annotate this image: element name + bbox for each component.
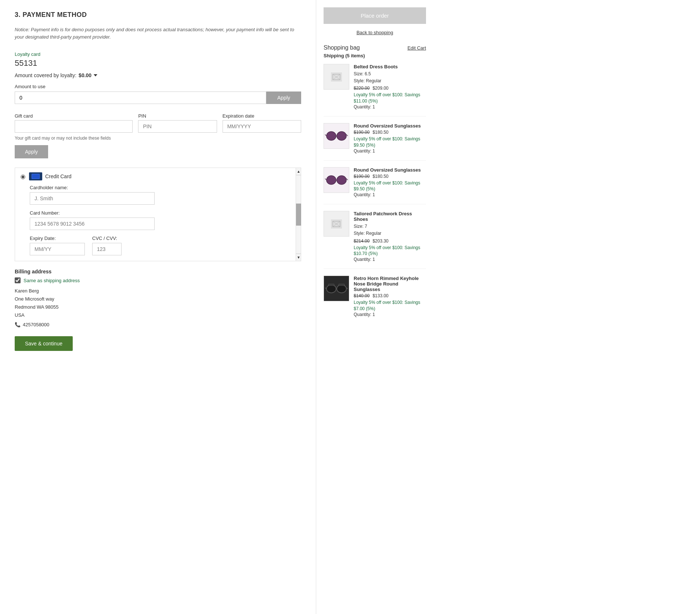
- cart-item-price-5: $140.00 $133.00: [354, 293, 426, 298]
- gift-card-hint: Your gift card may or may not include th…: [15, 136, 301, 141]
- cart-item-details-5: Retro Horn Rimmed Keyhole Nose Bridge Ro…: [354, 276, 426, 317]
- card-number-field: Card Number:: [30, 210, 290, 230]
- sunglasses-icon: [324, 123, 349, 148]
- scroll-down-button[interactable]: ▼: [296, 254, 301, 261]
- svg-rect-25: [328, 284, 334, 286]
- cart-item-details-3: Round Oversized Sunglasses $190.00 $180.…: [354, 167, 426, 198]
- svg-point-12: [337, 176, 346, 184]
- cvc-input[interactable]: [92, 243, 122, 255]
- cart-item-name-2: Round Oversized Sunglasses: [354, 123, 426, 129]
- pin-label: PIN: [138, 113, 217, 119]
- billing-section: Billing address Same as shipping address…: [15, 269, 301, 329]
- gift-card-fields-row: Gift card PIN Expiration date: [15, 113, 301, 133]
- billing-name: Karen Berg: [15, 287, 301, 295]
- amount-to-use-label: Amount to use: [15, 84, 301, 89]
- cardholder-field: Cardholder name:: [30, 185, 290, 205]
- billing-phone-row: 📞 4257058000: [15, 321, 301, 329]
- cardholder-label: Cardholder name:: [30, 185, 290, 190]
- cart-item-style-4: Style: Regular: [354, 230, 426, 237]
- cvc-label: CVC / CVV:: [92, 236, 122, 241]
- billing-address-line1: One Microsoft way: [15, 295, 301, 303]
- shopping-bag-title: Shopping bag: [324, 44, 360, 51]
- svg-rect-26: [339, 284, 344, 286]
- gift-card-section: Gift card PIN Expiration date Your gift …: [15, 113, 301, 158]
- svg-point-11: [326, 176, 336, 184]
- gift-card-apply-button[interactable]: Apply: [15, 145, 48, 158]
- cart-item-price-3: $190.00 $180.50: [354, 174, 426, 179]
- billing-title: Billing address: [15, 269, 301, 274]
- cart-item-price-4: $214.00 $203.30: [354, 238, 426, 244]
- place-order-button[interactable]: Place order: [324, 7, 426, 24]
- cart-item-loyalty-2: Loyalty 5% off over $100: Savings $9.50 …: [354, 136, 426, 148]
- cart-item: Tailored Patchwork Dress Shoes Size: 7 S…: [324, 211, 426, 269]
- cart-item-qty-5: Quantity: 1: [354, 312, 426, 317]
- save-continue-button[interactable]: Save & continue: [15, 336, 73, 351]
- cart-item-loyalty-4: Loyalty 5% off over $100: Savings $10.70…: [354, 245, 426, 257]
- cart-item-loyalty-3: Loyalty 5% off over $100: Savings $9.50 …: [354, 180, 426, 193]
- scroll-up-button[interactable]: ▲: [296, 168, 301, 175]
- svg-point-5: [326, 132, 336, 140]
- shipping-label: Shipping (5 items): [324, 53, 426, 58]
- loyalty-section: Loyalty card 55131 Amount covered by loy…: [15, 51, 301, 104]
- cart-item-price-2: $190.00 $180.50: [354, 130, 426, 135]
- cart-item-details-1: Belted Dress Boots Size: 6.5 Style: Regu…: [354, 64, 426, 109]
- pin-input[interactable]: [138, 120, 217, 133]
- pin-field: PIN: [138, 113, 217, 133]
- cart-item-image-5: [324, 276, 349, 301]
- payment-notice: Notice: Payment info is for demo purpose…: [15, 26, 301, 40]
- card-number-input[interactable]: [30, 218, 155, 230]
- cart-item-image-4: [324, 211, 349, 237]
- cart-item-name-3: Round Oversized Sunglasses: [354, 167, 426, 173]
- cart-item-loyalty-5: Loyalty 5% off over $100: Savings $7.00 …: [354, 299, 426, 312]
- payment-methods-container: Credit Card Cardholder name: Card Number…: [15, 168, 301, 261]
- expiration-input[interactable]: [223, 120, 301, 133]
- cart-item-qty-4: Quantity: 1: [354, 257, 426, 262]
- back-to-shopping: Back to shopping: [324, 29, 426, 35]
- cart-item: Round Oversized Sunglasses $190.00 $180.…: [324, 123, 426, 161]
- cardholder-input[interactable]: [30, 192, 155, 205]
- gift-card-field: Gift card: [15, 113, 133, 133]
- credit-card-method: Credit Card: [15, 168, 296, 185]
- credit-card-icon: [29, 172, 42, 180]
- image-placeholder-icon: [331, 219, 342, 229]
- card-number-label: Card Number:: [30, 210, 290, 216]
- sidebar: Place order Back to shopping Shopping ba…: [316, 0, 433, 614]
- phone-icon: 📞: [15, 321, 21, 329]
- same-as-shipping-label: Same as shipping address: [24, 278, 80, 283]
- dark-sunglasses-icon: [324, 276, 349, 301]
- cart-item: Retro Horn Rimmed Keyhole Nose Bridge Ro…: [324, 276, 426, 324]
- cart-item-price-1: $220.00 $209.00: [354, 86, 426, 91]
- svg-point-22: [337, 285, 346, 293]
- cart-item-name-4: Tailored Patchwork Dress Shoes: [354, 211, 426, 222]
- svg-point-21: [326, 285, 336, 293]
- credit-card-form: Cardholder name: Card Number: Expiry Dat…: [15, 185, 296, 261]
- page-title: 3. PAYMENT METHOD: [15, 11, 301, 19]
- cart-item-image-2: [324, 123, 349, 149]
- gift-card-input[interactable]: [15, 120, 133, 133]
- payment-methods-scroll[interactable]: Credit Card Cardholder name: Card Number…: [15, 168, 301, 261]
- shopping-bag-header: Shopping bag Edit Cart: [324, 44, 426, 51]
- loyalty-apply-button[interactable]: Apply: [266, 91, 301, 104]
- chevron-down-icon[interactable]: [94, 74, 97, 76]
- same-as-shipping-checkbox[interactable]: [15, 277, 21, 283]
- billing-address-line2: Redmond WA 98055: [15, 303, 301, 311]
- image-placeholder-icon: [331, 72, 342, 82]
- loyalty-label: Loyalty card: [15, 51, 301, 57]
- cart-item-qty-3: Quantity: 1: [354, 192, 426, 197]
- expiry-input[interactable]: [30, 243, 85, 255]
- cart-item: Round Oversized Sunglasses $190.00 $180.…: [324, 167, 426, 205]
- cart-item-loyalty-1: Loyalty 5% off over $100: Savings $11.00…: [354, 92, 426, 104]
- cart-item-image-3: [324, 167, 349, 193]
- expiration-field: Expiration date: [223, 113, 301, 133]
- expiration-label: Expiration date: [223, 113, 301, 119]
- cart-item-image-1: [324, 64, 349, 90]
- back-to-shopping-link[interactable]: Back to shopping: [357, 30, 393, 35]
- amount-to-use-input[interactable]: [15, 91, 266, 104]
- expiry-label: Expiry Date:: [30, 236, 85, 241]
- credit-card-radio[interactable]: [21, 175, 25, 179]
- cvc-field: CVC / CVV:: [92, 236, 122, 255]
- edit-cart-link[interactable]: Edit Cart: [407, 45, 426, 51]
- amount-covered: Amount covered by loyalty: $0.00: [15, 72, 301, 78]
- sunglasses-icon: [324, 168, 349, 193]
- billing-checkbox-row: Same as shipping address: [15, 277, 301, 283]
